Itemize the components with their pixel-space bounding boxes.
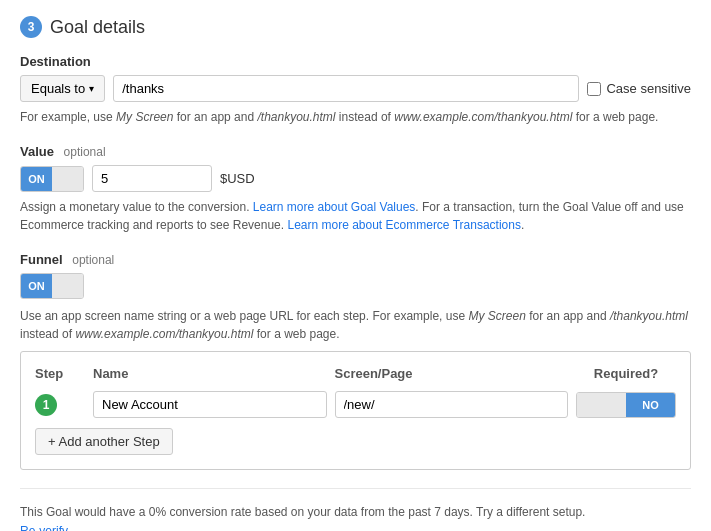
page-title: Goal details <box>50 17 145 38</box>
value-toggle[interactable]: ON <box>20 166 84 192</box>
funnel-toggle[interactable]: ON <box>20 273 84 299</box>
case-sensitive-checkbox[interactable] <box>587 82 601 96</box>
destination-hint: For example, use My Screen for an app an… <box>20 108 691 126</box>
required-no-label: NO <box>626 393 675 417</box>
col-name-header: Name <box>93 366 327 381</box>
col-page-header: Screen/Page <box>335 366 569 381</box>
toggle-on-label: ON <box>21 167 52 191</box>
funnel-step-page-input[interactable] <box>335 391 569 418</box>
value-hint: Assign a monetary value to the conversio… <box>20 198 691 234</box>
table-row: 1 NO <box>35 391 676 418</box>
destination-label: Destination <box>20 54 691 69</box>
equals-to-dropdown[interactable]: Equals to ▾ <box>20 75 105 102</box>
destination-url-input[interactable] <box>113 75 579 102</box>
dropdown-label: Equals to <box>31 81 85 96</box>
required-toggle[interactable]: NO <box>576 392 676 418</box>
destination-row: Equals to ▾ Case sensitive <box>20 75 691 102</box>
funnel-hint: Use an app screen name string or a web p… <box>20 307 691 343</box>
toggle-off-label <box>52 167 83 191</box>
col-required-header: Required? <box>576 366 676 381</box>
funnel-label: Funnel optional <box>20 252 691 267</box>
step-1-badge: 1 <box>35 394 57 416</box>
value-row: ON $USD <box>20 165 691 192</box>
goal-details-header: 3 Goal details <box>20 16 691 38</box>
value-label: Value optional <box>20 144 691 159</box>
add-step-button[interactable]: + Add another Step <box>35 428 173 455</box>
funnel-table-header: Step Name Screen/Page Required? <box>35 366 676 381</box>
funnel-step-name-input[interactable] <box>93 391 327 418</box>
goal-values-link[interactable]: Learn more about Goal Values <box>253 200 416 214</box>
funnel-section: Funnel optional ON Use an app screen nam… <box>20 252 691 470</box>
case-sensitive-row: Case sensitive <box>587 81 691 96</box>
required-yes-label <box>577 393 626 417</box>
currency-label: $USD <box>220 171 255 186</box>
reverify-link[interactable]: Re-verify <box>20 524 68 531</box>
funnel-toggle-off <box>52 274 83 298</box>
funnel-table: Step Name Screen/Page Required? 1 NO + A… <box>20 351 691 470</box>
step-number-cell: 1 <box>35 394 85 416</box>
case-sensitive-label: Case sensitive <box>606 81 691 96</box>
funnel-toggle-on: ON <box>21 274 52 298</box>
footer-note-section: This Goal would have a 0% conversion rat… <box>20 488 691 531</box>
value-amount-input[interactable] <box>92 165 212 192</box>
value-section: Value optional ON $USD Assign a monetary… <box>20 144 691 234</box>
col-step-header: Step <box>35 366 85 381</box>
footer-note-text: This Goal would have a 0% conversion rat… <box>20 505 585 519</box>
ecommerce-link[interactable]: Learn more about Ecommerce Transactions <box>287 218 520 232</box>
funnel-toggle-row: ON <box>20 273 691 299</box>
step-badge: 3 <box>20 16 42 38</box>
chevron-down-icon: ▾ <box>89 83 94 94</box>
destination-section: Destination Equals to ▾ Case sensitive F… <box>20 54 691 126</box>
